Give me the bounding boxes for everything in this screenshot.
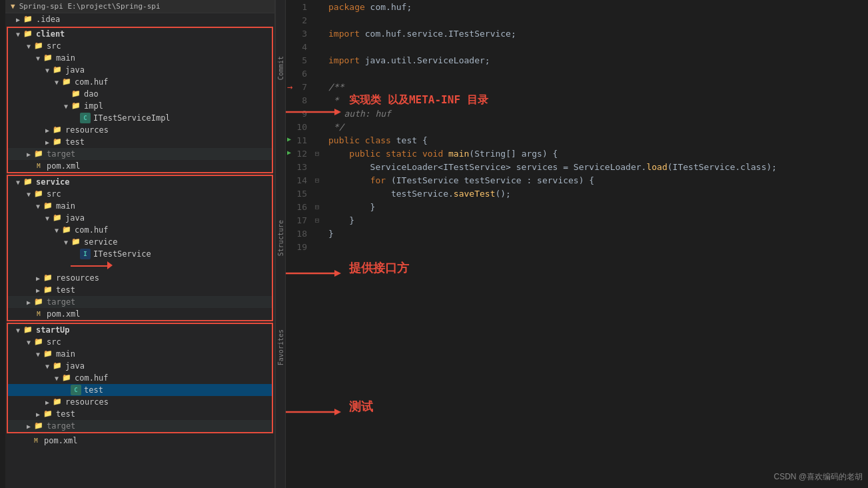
watermark: CSDN @喜欢编码的老胡 xyxy=(773,471,863,483)
startup-test-folder[interactable]: ▶ 📁 test xyxy=(8,408,272,420)
service-test-folder[interactable]: ▶ 📁 test xyxy=(8,284,272,296)
project-header: ▼ Spring-spi E:\project\Spring-spi xyxy=(5,0,274,13)
folder-icon: 📁 xyxy=(33,421,44,431)
line-8: 8 xyxy=(286,93,312,107)
code-line-18: } xyxy=(328,227,861,240)
startup-src[interactable]: ▼ 📁 src xyxy=(8,336,272,348)
code-line-10: */ xyxy=(328,120,861,133)
client-dao[interactable]: 📁 dao xyxy=(8,88,272,100)
service-folder[interactable]: ▼ 📁 service xyxy=(8,236,272,248)
folder-icon: 📁 xyxy=(43,285,53,295)
code-line-11: public class test { xyxy=(328,133,861,147)
startup-target[interactable]: ▶ 📁 target xyxy=(8,420,272,432)
client-module[interactable]: ▼ 📁 client xyxy=(8,28,272,40)
client-impl[interactable]: ▼ 📁 impl xyxy=(8,100,272,112)
folder-icon: 📁 xyxy=(71,101,81,111)
line-14: 14 xyxy=(286,173,312,187)
code-lines[interactable]: package com.huf; import com.huf.service.… xyxy=(322,0,868,488)
client-comhuf[interactable]: ▼ 📁 com.huf xyxy=(8,76,272,88)
folder-icon: 📁 xyxy=(52,213,63,223)
line-3: 3 xyxy=(286,27,312,40)
line-10: 10 xyxy=(286,120,312,133)
client-test-folder[interactable]: ▶ 📁 test xyxy=(8,136,272,148)
service-src[interactable]: ▼ 📁 src xyxy=(8,188,272,200)
file-tree-panel[interactable]: ▼ Spring-spi E:\project\Spring-spi ▶ 📁 .… xyxy=(5,0,275,488)
client-impl-class[interactable]: C ITestServiceImpl xyxy=(8,112,272,124)
line-4: 4 xyxy=(286,40,312,53)
line-2: 2 xyxy=(286,13,312,27)
line-7: 7 → xyxy=(286,80,312,93)
folder-icon: ▼ xyxy=(11,2,15,11)
line-19: 19 xyxy=(286,240,312,253)
folder-icon: 📁 xyxy=(23,14,33,25)
folder-icon: 📁 xyxy=(52,65,63,75)
line-16: 16 xyxy=(286,200,312,213)
startup-comhuf[interactable]: ▼ 📁 com.huf xyxy=(8,372,272,384)
idea-folder[interactable]: ▶ 📁 .idea xyxy=(5,13,274,25)
client-target[interactable]: ▶ 📁 target xyxy=(8,148,272,160)
line-17: 17 xyxy=(286,213,312,227)
service-module[interactable]: ▼ 📁 service xyxy=(8,176,272,188)
service-java[interactable]: ▼ 📁 java xyxy=(8,212,272,224)
folder-icon: 📁 xyxy=(61,77,72,87)
folder-icon: 📁 xyxy=(43,53,53,63)
service-main[interactable]: ▼ 📁 main xyxy=(8,200,272,212)
code-line-13: ServiceLoader<ITestService> services = S… xyxy=(328,160,861,173)
client-src[interactable]: ▼ 📁 src xyxy=(8,40,272,52)
interface-icon: I xyxy=(80,249,91,259)
startup-main[interactable]: ▼ 📁 main xyxy=(8,348,272,360)
service-resources[interactable]: ▶ 📁 resources xyxy=(8,272,272,284)
client-main[interactable]: ▼ 📁 main xyxy=(8,52,272,64)
module-icon: 📁 xyxy=(23,29,33,39)
client-pom[interactable]: M pom.xml xyxy=(8,160,272,172)
project-title: Spring-spi E:\project\Spring-spi xyxy=(19,2,161,11)
code-line-14: for (ITestService testService : services… xyxy=(328,173,861,187)
folder-icon: 📁 xyxy=(43,349,53,359)
folder-icon: 📁 xyxy=(52,125,63,135)
code-line-6 xyxy=(328,67,861,80)
code-line-12: public static void main(String[] args) { xyxy=(328,147,861,160)
startup-pom[interactable]: M pom.xml xyxy=(5,435,274,447)
code-line-9: * auth: huf xyxy=(328,107,861,120)
folder-icon: 📁 xyxy=(43,201,53,211)
code-area: 1 2 3 4 5 6 7 → 8 9 10 11 ▶ 12 xyxy=(286,0,868,488)
line-5: 5 xyxy=(286,53,312,67)
folder-icon: 📁 xyxy=(43,273,53,283)
startup-resources[interactable]: ▶ 📁 resources xyxy=(8,396,272,408)
xml-icon: M xyxy=(31,435,41,446)
service-interface[interactable]: I ITestService xyxy=(8,248,272,260)
folder-icon: 📁 xyxy=(33,41,44,51)
startup-java[interactable]: ▼ 📁 java xyxy=(8,360,272,372)
service-comhuf[interactable]: ▼ 📁 com.huf xyxy=(8,224,272,236)
favorites-tab[interactable]: Favorites xyxy=(276,327,286,368)
code-line-5: import java.util.ServiceLoader; xyxy=(328,53,861,67)
code-editor[interactable]: 1 2 3 4 5 6 7 → 8 9 10 11 ▶ 12 xyxy=(286,0,868,488)
code-line-2 xyxy=(328,13,861,27)
folder-icon: 📁 xyxy=(61,373,72,383)
client-resources[interactable]: ▶ 📁 resources xyxy=(8,124,272,136)
folder-icon: 📁 xyxy=(61,225,72,235)
line-numbers: 1 2 3 4 5 6 7 → 8 9 10 11 ▶ 12 xyxy=(286,0,312,488)
code-line-3: import com.huf.service.ITestService; xyxy=(328,27,861,40)
code-line-4 xyxy=(328,40,861,53)
java-class-icon: C xyxy=(80,113,91,123)
client-java[interactable]: ▼ 📁 java xyxy=(8,64,272,76)
folder-icon: 📁 xyxy=(52,137,63,147)
line-13: 13 xyxy=(286,160,312,173)
startup-module[interactable]: ▼ 📁 startUp xyxy=(8,324,272,336)
code-line-8: * 实现类 以及META-INF 目录 xyxy=(328,93,861,107)
module-icon: 📁 xyxy=(23,325,33,335)
commit-tab[interactable]: Commit xyxy=(276,53,286,83)
line-1: 1 xyxy=(286,0,312,13)
code-line-15: testService.saveTest(); xyxy=(328,187,861,200)
structure-tab[interactable]: Structure xyxy=(276,217,286,259)
startup-test-class[interactable]: C test xyxy=(8,384,272,396)
folder-icon: 📁 xyxy=(52,361,63,371)
line-12: 12 ▶ xyxy=(286,147,312,160)
code-line-16: } xyxy=(328,200,861,213)
folder-icon: 📁 xyxy=(43,409,53,419)
xml-icon: M xyxy=(33,309,44,319)
service-target[interactable]: ▶ 📁 target xyxy=(8,296,272,308)
service-pom[interactable]: M pom.xml xyxy=(8,308,272,320)
folder-icon: 📁 xyxy=(33,337,44,347)
